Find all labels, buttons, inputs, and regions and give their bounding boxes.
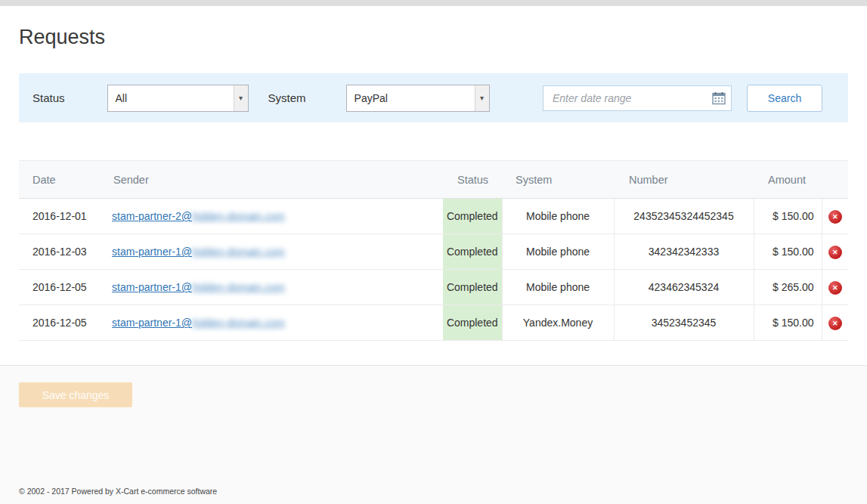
save-changes-button[interactable]: Save changes [19,382,132,407]
header-number: Number [614,161,754,199]
chevron-down-icon: ▾ [234,85,248,111]
system-filter-label: System [268,91,306,104]
page-content: Requests Status All ▾ System PayPal ▾ [0,24,867,341]
calendar-icon[interactable] [712,91,726,105]
table-row: 2016-12-03 stam-partner-1@hidden-domain.… [19,234,848,270]
cell-date: 2016-12-05 [19,270,100,305]
table-row: 2016-12-05 stam-partner-1@hidden-domain.… [19,305,848,341]
header-system: System [502,161,614,199]
delete-icon[interactable]: ✕ [828,210,842,224]
status-badge: Completed [443,199,502,234]
sender-blurred: hidden-domain.com [192,281,285,293]
status-select-value: All [108,92,128,104]
sender-visible: stam-partner-2@ [112,210,192,222]
cell-amount: $ 150.00 [754,199,822,234]
date-range-input[interactable] [543,85,732,111]
system-select[interactable]: PayPal ▾ [346,85,490,112]
date-range-wrap [543,85,732,111]
cell-system: Mobile phone [502,270,614,305]
sender-link[interactable]: stam-partner-1@hidden-domain.com [112,317,285,329]
sender-visible: stam-partner-1@ [112,246,192,258]
cell-amount: $ 265.00 [754,270,822,305]
delete-icon[interactable]: ✕ [828,246,842,259]
cell-system: Mobile phone [502,199,614,234]
cell-date: 2016-12-03 [19,234,100,270]
delete-icon[interactable]: ✕ [828,317,842,330]
search-button[interactable]: Search [747,85,822,112]
bottom-bar: Save changes © 2002 - 2017 Powered by X-… [0,365,867,504]
sender-blurred: hidden-domain.com [192,317,285,329]
table-row: 2016-12-01 stam-partner-2@hidden-domain.… [19,199,848,234]
requests-table: Date Sender Status System Number Amount … [19,160,848,341]
system-select-value: PayPal [347,92,388,104]
header-status: Status [443,161,502,199]
status-select[interactable]: All ▾ [107,85,249,112]
header-actions [822,161,848,199]
sender-blurred: hidden-domain.com [192,210,285,222]
cell-amount: $ 150.00 [754,305,822,341]
sender-visible: stam-partner-1@ [112,317,192,329]
footer-copyright: © 2002 - 2017 Powered by X-Cart e-commer… [19,487,848,496]
delete-icon[interactable]: ✕ [828,281,842,295]
sender-visible: stam-partner-1@ [112,281,192,293]
cell-date: 2016-12-05 [19,305,100,341]
chevron-down-icon: ▾ [475,85,489,111]
cell-number: 34523452345 [614,305,754,341]
sender-link[interactable]: stam-partner-2@hidden-domain.com [112,210,285,222]
cell-number: 423462345324 [614,270,754,305]
top-strip [0,0,867,6]
status-badge: Completed [443,305,502,341]
table-header-row: Date Sender Status System Number Amount [19,161,848,199]
table-row: 2016-12-05 stam-partner-1@hidden-domain.… [19,270,848,305]
status-badge: Completed [443,234,502,270]
cell-system: Yandex.Money [502,305,614,341]
sender-link[interactable]: stam-partner-1@hidden-domain.com [112,281,285,293]
header-amount: Amount [754,161,822,199]
page-title: Requests [19,24,848,50]
status-filter-label: Status [33,91,65,104]
cell-number: 342342342333 [614,234,754,270]
cell-amount: $ 150.00 [754,234,822,270]
cell-number: 24352345324452345 [614,199,754,234]
sender-blurred: hidden-domain.com [192,246,285,258]
filter-bar: Status All ▾ System PayPal ▾ Search [19,73,848,122]
cell-date: 2016-12-01 [19,199,100,234]
header-sender: Sender [100,161,443,199]
header-date: Date [19,161,100,199]
requests-table-body: 2016-12-01 stam-partner-2@hidden-domain.… [19,199,848,341]
cell-system: Mobile phone [502,234,614,270]
sender-link[interactable]: stam-partner-1@hidden-domain.com [112,246,285,258]
status-badge: Completed [443,270,502,305]
